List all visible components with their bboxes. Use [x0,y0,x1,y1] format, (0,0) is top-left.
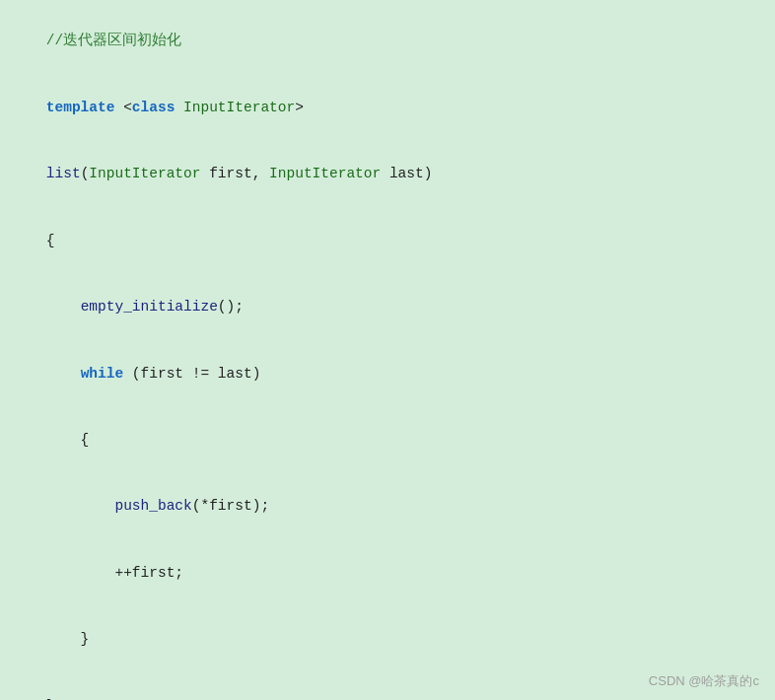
kw-template: template [46,100,123,115]
line-template: template <class InputIterator> [12,74,763,140]
line-brace-open-2: { [12,406,763,472]
comment-text: //迭代器区间初始化 [46,33,181,48]
line-empty-init: empty_initialize(); [12,274,763,340]
line-brace-open-1: { [12,207,763,273]
watermark: CSDN @哈茶真的c [649,672,759,690]
main-container: //迭代器区间初始化 template <class InputIterator… [0,0,775,700]
line-inc-first: ++first; [12,539,763,605]
line-brace-close-inner: } [12,606,763,672]
line-comment-1: //迭代器区间初始化 [12,8,763,74]
line-push-back: push_back(*first); [12,473,763,539]
line-while: while (first != last) [12,340,763,406]
line-list-sig: list(InputIterator first, InputIterator … [12,141,763,207]
